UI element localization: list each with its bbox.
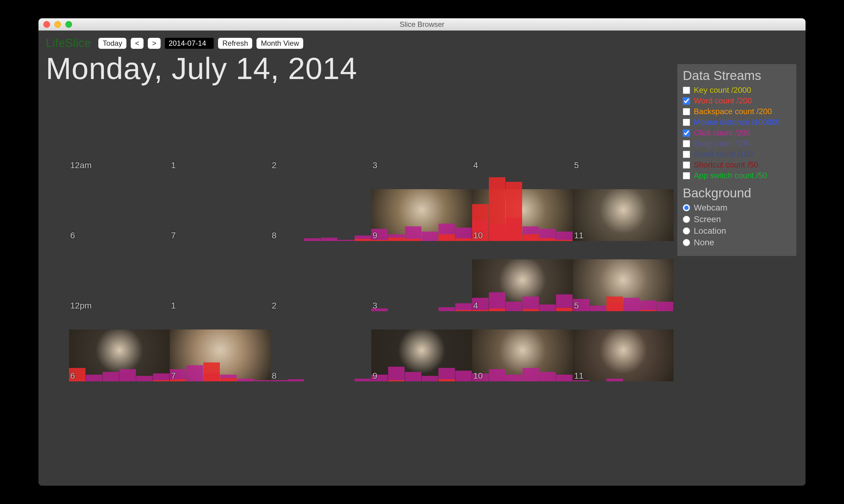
background-heading: Background [683,186,791,200]
hour-cell[interactable]: 4 [472,241,573,311]
hour-cell[interactable]: 11 [573,311,674,381]
stream-toggle[interactable]: Drag count /100 [683,139,791,148]
titlebar: Slice Browser [38,18,806,31]
hour-cell[interactable]: 11 [573,171,674,241]
hour-cell[interactable]: 9 [371,171,472,241]
hour-label: 4 [473,301,478,310]
stream-toggle[interactable]: Shortcut count /50 [683,160,791,169]
hour-cell[interactable]: 1 [170,241,271,311]
hour-label: 12am [70,161,92,170]
stream-label: Key count /2000 [694,86,751,95]
hour-cell[interactable]: 3 [371,101,472,171]
stream-checkbox[interactable] [683,129,690,137]
background-option[interactable]: Screen [683,215,791,224]
stream-checkbox[interactable] [683,172,690,179]
background-option[interactable]: Location [683,226,791,236]
hour-bars [371,311,472,381]
hour-bars [573,311,674,381]
hour-cell[interactable]: 8 [271,171,371,241]
hour-bars [371,101,472,171]
hour-cell[interactable]: 12am [69,101,170,171]
stream-label: Scroll count /100 [694,149,753,159]
stream-toggle[interactable]: Mouse distance /100000 [683,118,791,127]
hour-label: 5 [574,161,579,170]
hour-cell[interactable]: 8 [271,311,371,381]
hour-bars [472,311,573,381]
stream-toggle[interactable]: Backspace count /200 [683,107,791,116]
hour-bars [472,101,573,171]
hour-label: 3 [373,161,377,170]
stream-checkbox[interactable] [683,140,690,147]
stream-toggle[interactable]: App switch count /50 [683,171,791,180]
hour-cell[interactable]: 2 [271,241,371,311]
hour-label: 9 [373,371,377,381]
stream-checkbox[interactable] [683,87,690,94]
hour-row: 12pm12345 [69,241,674,311]
background-option[interactable]: None [683,238,791,248]
stream-toggle[interactable]: Click count /200 [683,128,791,138]
toolbar: LifeSlice Today < > Refresh Month View [46,37,798,50]
hour-label: 11 [574,231,584,240]
data-streams-heading: Data Streams [683,68,791,83]
stream-checkbox[interactable] [683,97,690,105]
hour-bars [271,241,371,311]
content-area: LifeSlice Today < > Refresh Month View M… [38,31,806,486]
hour-label: 1 [171,161,176,170]
hour-bars [573,241,674,311]
hour-cell[interactable]: 5 [573,101,674,171]
stream-checkbox[interactable] [683,108,690,115]
hour-bars [271,171,371,241]
hour-cell[interactable]: 2 [271,101,371,171]
hour-label: 2 [272,161,277,170]
hour-bars [573,171,674,241]
month-view-button[interactable]: Month View [257,38,303,49]
hour-label: 7 [171,371,176,381]
stream-checkbox[interactable] [683,151,690,158]
hour-bars [170,171,271,241]
background-radio[interactable] [683,204,690,212]
hour-cell[interactable]: 4 [472,101,573,171]
stream-toggle[interactable]: Word count /200 [683,96,791,106]
refresh-button[interactable]: Refresh [218,38,252,49]
hour-cell[interactable]: 1 [170,101,271,171]
hour-cell[interactable]: 10 [472,311,573,381]
background-option[interactable]: Webcam [683,203,791,213]
stream-toggle[interactable]: Key count /2000 [683,86,791,95]
hour-bars [69,171,170,241]
hour-cell[interactable]: 7 [170,171,271,241]
date-input[interactable] [165,38,214,49]
hour-bars [573,101,674,171]
hour-row: 12am12345 [69,101,674,171]
hour-label: 7 [171,231,176,240]
hour-label: 8 [272,231,277,240]
hour-label: 8 [272,371,277,381]
stream-checkbox[interactable] [683,119,690,126]
hour-label: 10 [473,371,483,381]
next-day-button[interactable]: > [148,38,161,49]
hour-cell[interactable]: 6 [69,311,170,381]
hour-cell[interactable]: 3 [371,241,472,311]
background-radio[interactable] [683,239,690,246]
hour-cell[interactable]: 12pm [69,241,170,311]
hour-cell[interactable]: 10 [472,171,573,241]
stream-checkbox[interactable] [683,161,690,169]
stream-toggle[interactable]: Scroll count /100 [683,149,791,159]
hour-cell[interactable]: 9 [371,311,472,381]
today-button[interactable]: Today [98,38,126,49]
hour-label: 12pm [70,301,92,310]
hour-cell[interactable]: 7 [170,311,271,381]
hour-bars [69,311,170,381]
hour-cell[interactable]: 5 [573,241,674,311]
hour-label: 9 [373,231,377,240]
hour-bars [170,241,271,311]
hour-label: 5 [574,301,579,310]
background-radio[interactable] [683,216,690,223]
hour-cell[interactable]: 6 [69,171,170,241]
prev-day-button[interactable]: < [131,38,143,49]
stream-label: Drag count /100 [694,139,750,148]
stream-label: App switch count /50 [694,171,767,180]
sidebar: Data Streams Key count /2000Word count /… [677,64,796,256]
background-radio[interactable] [683,227,690,235]
hour-label: 6 [70,371,75,381]
hour-row: 67891011 [69,311,674,381]
